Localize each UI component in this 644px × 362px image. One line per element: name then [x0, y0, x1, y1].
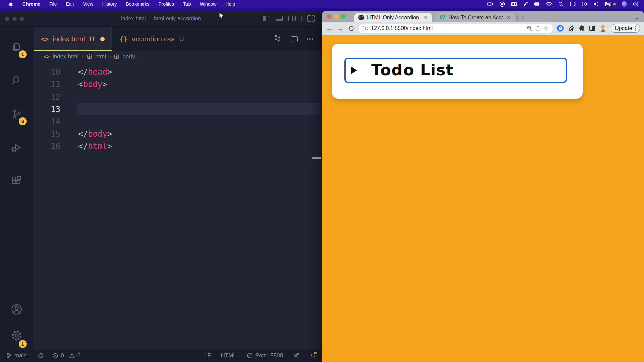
customize-layout-icon[interactable] — [307, 15, 315, 22]
unsaved-dot-icon[interactable] — [100, 37, 105, 41]
vscode-status-bar: main* 0 0 LF HTML Port : 5500 — [0, 349, 322, 362]
menu-view[interactable]: View — [83, 1, 93, 7]
minimize-window-button[interactable] — [334, 14, 338, 19]
code-editor[interactable]: 10 </head> 11 <body> 12 13 14 15 — [34, 62, 322, 349]
symbol-cube-icon — [114, 54, 119, 60]
extension-lock-icon[interactable] — [557, 25, 564, 32]
site-info-icon[interactable]: i — [363, 26, 368, 31]
accordion-title: Todo List — [371, 61, 454, 79]
screen-record-camera-icon[interactable] — [487, 1, 493, 7]
battery-charging-icon[interactable] — [534, 1, 540, 7]
live-server-port[interactable]: Port : 5500 — [247, 352, 283, 359]
address-bar[interactable]: i 127.0.0.1:5500/index.html ☆ — [359, 24, 553, 33]
menu-bookmarks[interactable]: Bookmarks — [126, 1, 149, 7]
toggle-primary-sidebar-icon[interactable] — [263, 16, 270, 21]
control-center-icon[interactable] — [605, 1, 611, 7]
breadcrumb-body[interactable]: body — [122, 53, 135, 60]
braces-menu-icon[interactable]: { } — [570, 1, 576, 7]
tab-search-chevron-icon[interactable]: ⌄ — [635, 15, 639, 20]
record-button-icon[interactable] — [499, 1, 505, 7]
menu-history[interactable]: History — [102, 1, 117, 7]
feedback-icon[interactable] — [293, 352, 300, 359]
breadcrumb-html[interactable]: html — [95, 53, 106, 60]
notifications-bell-icon[interactable] — [310, 352, 316, 359]
breadcrumb-file[interactable]: index.html — [53, 53, 78, 60]
side-panel-icon[interactable] — [589, 26, 595, 31]
camera-icon[interactable] — [511, 1, 517, 7]
clock-icon[interactable] — [633, 1, 639, 7]
notification-dot — [314, 352, 317, 354]
code-line: 12 — [34, 90, 322, 103]
run-debug-icon[interactable] — [0, 135, 34, 160]
git-branch-item[interactable]: main* — [6, 352, 29, 359]
scrollbar-handle[interactable] — [312, 157, 321, 159]
explorer-icon[interactable]: 1 — [0, 35, 34, 59]
code-line: 10 </head> — [34, 66, 322, 78]
toggle-panel-icon[interactable] — [276, 16, 283, 21]
sync-icon[interactable] — [38, 353, 44, 359]
recording-indicator-dot — [613, 3, 616, 5]
menu-chrome[interactable]: Chrome — [22, 1, 40, 7]
menu-edit[interactable]: Edit — [66, 1, 74, 7]
profile-avatar[interactable] — [599, 25, 606, 32]
forward-button[interactable]: → — [337, 25, 344, 32]
apple-logo-icon[interactable] — [7, 1, 13, 7]
zoom-icon[interactable] — [527, 25, 532, 31]
code-line: 15 </body> — [34, 128, 322, 140]
w3schools-favicon: W — [439, 15, 445, 21]
more-actions-icon[interactable] — [307, 38, 313, 40]
language-mode[interactable]: HTML — [221, 352, 236, 359]
volume-icon[interactable] — [593, 1, 599, 7]
close-tab-icon[interactable]: ✕ — [424, 15, 428, 21]
tab-accordion-css[interactable]: {} accordion.css U — [112, 27, 192, 51]
extensions-puzzle-icon[interactable] — [579, 25, 585, 32]
chrome-tab-html-only-accordion[interactable]: HTML Only Accordion ✕ — [354, 13, 432, 22]
vscode-traffic-lights[interactable] — [5, 17, 24, 21]
eyedropper-extension-icon[interactable] — [568, 25, 574, 32]
explorer-badge: 1 — [19, 50, 27, 58]
chrome-traffic-lights[interactable] — [327, 14, 345, 19]
menu-help[interactable]: Help — [225, 1, 235, 7]
bookmark-star-icon[interactable]: ☆ — [544, 25, 549, 32]
reload-button[interactable] — [348, 25, 354, 32]
tab-index-html[interactable]: <> index.html U — [34, 27, 112, 51]
extensions-icon[interactable] — [0, 169, 34, 193]
breadcrumb: <> index.html › html › body — [34, 51, 322, 62]
rocket-icon[interactable] — [523, 1, 529, 7]
source-control-icon[interactable]: 3 — [0, 102, 34, 126]
play-circle-icon[interactable] — [581, 1, 587, 7]
chrome-tab-w3schools[interactable]: W How To Create an Accordion ✕ — [435, 13, 515, 22]
eol-indicator[interactable]: LF — [204, 352, 211, 359]
zoom-window-button[interactable] — [341, 14, 345, 19]
html-file-icon: <> — [41, 35, 49, 43]
menu-window[interactable]: Window — [200, 1, 217, 7]
update-button[interactable]: Update — [611, 24, 640, 33]
settings-gear-icon[interactable]: 1 — [0, 322, 34, 349]
problems-item[interactable]: 0 0 — [52, 352, 80, 359]
split-editor-icon[interactable] — [291, 36, 298, 42]
code-line: 11 <body> — [34, 78, 322, 90]
spotlight-search-icon[interactable] — [558, 1, 564, 7]
chrome-menu-dots-icon[interactable] — [635, 26, 636, 31]
wifi-icon[interactable] — [546, 1, 552, 7]
close-tab-icon[interactable]: ✕ — [506, 15, 511, 21]
url-text[interactable]: 127.0.0.1:5500/index.html — [371, 25, 524, 32]
share-icon[interactable] — [535, 25, 541, 31]
menu-tab[interactable]: Tab — [183, 1, 191, 7]
close-window-button[interactable] — [327, 14, 331, 19]
chrome-window: HTML Only Accordion ✕ W How To Create an… — [322, 11, 644, 362]
account-icon[interactable] — [0, 296, 34, 322]
vscode-title-bar[interactable]: index.html — html-only-accordion — [0, 11, 322, 27]
source-control-badge: 3 — [19, 117, 27, 125]
vscode-window: index.html — html-only-accordion 1 3 — [0, 11, 322, 362]
open-changes-icon[interactable] — [274, 34, 282, 44]
new-tab-button[interactable]: + — [521, 14, 525, 21]
menu-file[interactable]: File — [49, 1, 57, 7]
back-button[interactable]: ← — [326, 25, 333, 32]
toggle-secondary-sidebar-icon[interactable] — [288, 16, 296, 21]
menu-profiles[interactable]: Profiles — [158, 1, 174, 7]
search-icon[interactable] — [0, 68, 34, 93]
siri-icon[interactable] — [622, 1, 627, 7]
vscode-tab-bar: <> index.html U {} accordion.css U — [34, 27, 322, 51]
accordion-summary[interactable]: Todo List — [344, 58, 567, 83]
